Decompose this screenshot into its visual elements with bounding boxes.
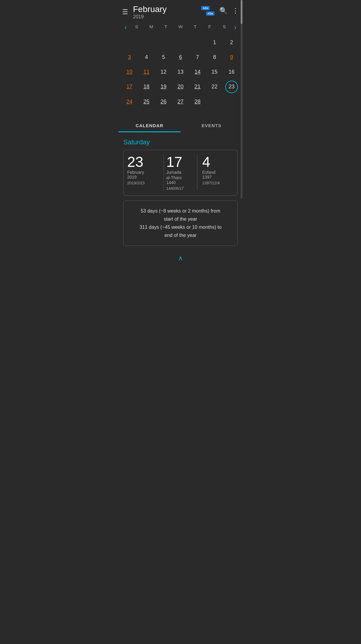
more-icon[interactable]: ⋮: [232, 7, 239, 15]
day-header-m: M: [144, 23, 159, 30]
cal-day-15[interactable]: 15: [211, 66, 218, 78]
tab-events[interactable]: EVENTS: [180, 119, 242, 132]
cal-cell-w2d5: 15: [206, 65, 223, 79]
gregorian-year: 2019: [127, 175, 137, 179]
cal-cell-w4d5: [206, 94, 223, 109]
hijri-month: Jumada: [166, 170, 181, 175]
cal-cell-w0d5: 1: [206, 35, 223, 50]
cal-day-28[interactable]: 28: [195, 96, 201, 108]
header-year: 2019: [133, 14, 167, 20]
selected-day-name: Saturday: [119, 132, 242, 150]
cal-day-12[interactable]: 12: [160, 66, 166, 78]
prev-month-button[interactable]: ‹: [122, 22, 129, 33]
cal-day-10[interactable]: 10: [126, 66, 132, 78]
cal-cell-w3d3: 20: [172, 79, 189, 94]
search-icon[interactable]: 🔍: [219, 7, 227, 15]
cal-cell-w1d1: 4: [138, 50, 155, 65]
header-month: February: [133, 5, 167, 14]
hijri-section: 17 Jumada al-Thani 1440 1440/6/17: [164, 155, 198, 191]
cal-day-20[interactable]: 20: [177, 81, 184, 93]
date-card: 23 February 2019 2019/2/23 17 Jumada al-…: [123, 150, 238, 196]
cal-day-2[interactable]: 2: [230, 36, 233, 49]
cal-day-5[interactable]: 5: [162, 51, 165, 63]
cal-day-25[interactable]: 25: [143, 96, 150, 108]
cal-cell-w0d3: [172, 35, 189, 50]
cal-cell-w3d2: 19: [155, 79, 172, 94]
cal-cell-w2d1: 11: [138, 65, 155, 79]
tabs: CALENDAR EVENTS: [119, 119, 242, 132]
ads-label-1: ADs: [201, 6, 210, 10]
cal-day-11[interactable]: 11: [143, 66, 150, 78]
cal-day-7[interactable]: 7: [196, 51, 199, 63]
day-header-t: T: [188, 23, 202, 30]
ads-icon[interactable]: ADs ADs: [201, 6, 214, 16]
gregorian-day: 23: [127, 155, 143, 169]
day-header-s: S: [129, 23, 144, 30]
day-header-t: T: [159, 23, 173, 30]
cal-cell-w1d0: 3: [121, 50, 138, 65]
cal-day-14[interactable]: 14: [195, 66, 201, 78]
cal-cell-w3d4: 21: [189, 79, 206, 94]
cal-day-1[interactable]: 1: [213, 36, 216, 49]
cal-cell-w4d3: 27: [172, 94, 189, 109]
cal-cell-w1d6: 9: [223, 50, 240, 65]
calendar-grid: 1234567891011121314151617181920212223242…: [121, 35, 240, 109]
cal-day-3[interactable]: 3: [128, 51, 131, 63]
cal-cell-w3d1: 18: [138, 79, 155, 94]
cal-cell-w4d0: 24: [121, 94, 138, 109]
cal-cell-w4d6: [223, 94, 240, 109]
cal-cell-w1d2: 5: [155, 50, 172, 65]
persian-month: Esfand: [202, 170, 215, 175]
cal-day-18[interactable]: 18: [143, 81, 150, 93]
cal-cell-w4d2: 26: [155, 94, 172, 109]
gregorian-month: February: [127, 170, 144, 175]
cal-cell-w0d0: [121, 35, 138, 50]
persian-year: 1397: [202, 175, 211, 179]
cal-day-9[interactable]: 9: [230, 51, 233, 63]
day-header-w: W: [173, 23, 188, 30]
persian-full: 1397/12/4: [202, 181, 220, 185]
cal-cell-w0d4: [189, 35, 206, 50]
cal-cell-w3d0: 17: [121, 79, 138, 94]
cal-day-27[interactable]: 27: [177, 96, 184, 108]
day-header-f: F: [202, 23, 217, 30]
cal-day-4[interactable]: 4: [145, 51, 148, 63]
cal-day-16[interactable]: 16: [229, 66, 235, 78]
next-month-button[interactable]: ›: [232, 22, 239, 33]
cal-cell-w2d0: 10: [121, 65, 138, 79]
gregorian-section: 23 February 2019 2019/2/23: [127, 155, 161, 191]
header-icons: ADs ADs 🔍 ⋮: [201, 6, 239, 16]
cal-cell-w2d6: 16: [223, 65, 240, 79]
cal-cell-w2d2: 12: [155, 65, 172, 79]
ads-label-2: ADs: [206, 11, 214, 16]
cal-day-17[interactable]: 17: [126, 81, 132, 93]
cal-cell-w2d4: 14: [189, 65, 206, 79]
cal-cell-w0d6: 2: [223, 35, 240, 50]
hamburger-icon[interactable]: ☰: [122, 9, 128, 15]
cal-day-22[interactable]: 22: [211, 81, 218, 93]
header-left: ☰ February 2019: [122, 5, 201, 20]
hijri-full: 1440/6/17: [166, 186, 184, 191]
hijri-year: 1440: [166, 180, 176, 185]
hijri-day: 17: [166, 155, 182, 169]
info-text: 53 days (~8 weeks or 2 months) from star…: [128, 207, 233, 240]
header-title-block: February 2019: [133, 5, 167, 20]
cal-day-6[interactable]: 6: [179, 51, 182, 63]
hijri-month2: al-Thani: [166, 175, 182, 180]
cal-cell-w1d3: 6: [172, 50, 189, 65]
cal-day-26[interactable]: 26: [160, 96, 166, 108]
cal-day-21[interactable]: 21: [195, 81, 201, 93]
day-headers: SMTWTFS: [129, 23, 232, 30]
bottom-arrow[interactable]: ∧: [119, 251, 242, 265]
cal-cell-w4d1: 25: [138, 94, 155, 109]
gregorian-full: 2019/2/23: [127, 181, 145, 185]
cal-day-23[interactable]: 23: [225, 81, 238, 93]
calendar-nav: ‹ SMTWTFS ›: [121, 22, 240, 35]
cal-day-13[interactable]: 13: [177, 66, 184, 78]
cal-cell-w4d4: 28: [189, 94, 206, 109]
cal-day-19[interactable]: 19: [160, 81, 166, 93]
header: ☰ February 2019 ADs ADs 🔍 ⋮: [119, 0, 242, 22]
cal-day-8[interactable]: 8: [213, 51, 216, 63]
tab-calendar[interactable]: CALENDAR: [119, 119, 180, 132]
cal-day-24[interactable]: 24: [126, 96, 132, 108]
